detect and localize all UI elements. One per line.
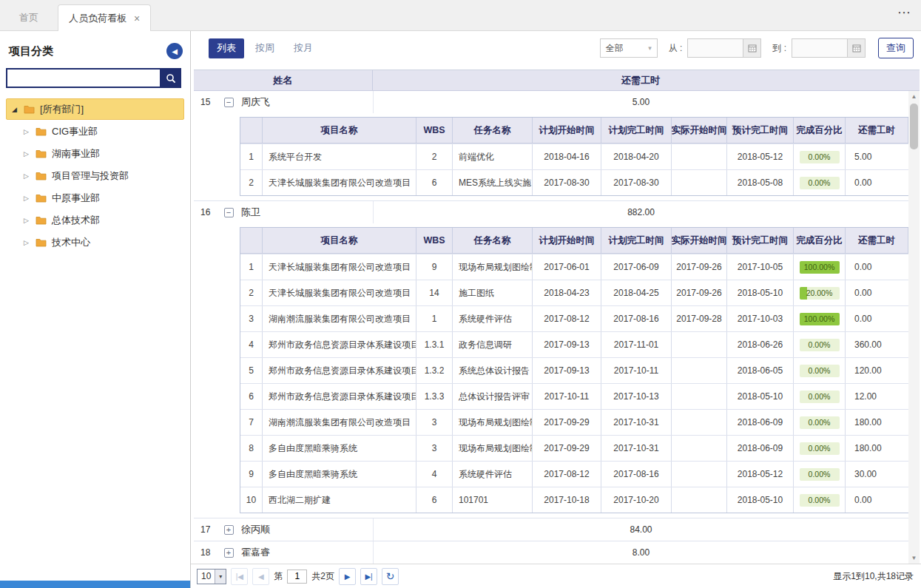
folder-icon bbox=[36, 194, 47, 203]
date-from-input[interactable] bbox=[687, 38, 761, 58]
task-col-header[interactable]: 预计完工时间 bbox=[727, 228, 794, 253]
personnel-grid: 姓名 还需工时 15−周庆飞5.00项目名称WBS任务名称计划开始时间计划完工时… bbox=[194, 70, 920, 564]
tree-node-root[interactable]: ◢[所有部门] bbox=[6, 98, 184, 120]
scroll-up-icon[interactable]: ▲ bbox=[908, 91, 920, 102]
task-col-header[interactable]: 项目名称 bbox=[263, 118, 416, 143]
task-col-header[interactable] bbox=[240, 228, 263, 253]
person-row[interactable]: 18+霍嘉睿8.00 bbox=[194, 541, 908, 564]
search-button[interactable] bbox=[160, 68, 181, 88]
task-row[interactable]: 5郑州市政务信息资源目录体系建设项目1.3.2系统总体设计报告2017-09-1… bbox=[240, 357, 908, 383]
col-header-name[interactable]: 姓名 bbox=[194, 70, 373, 90]
task-col-header[interactable] bbox=[240, 118, 263, 143]
task-actual-start bbox=[672, 436, 727, 461]
tree-node-dept[interactable]: ▷技术中心 bbox=[18, 232, 184, 253]
task-col-header[interactable]: 还需工时 bbox=[846, 118, 908, 143]
task-col-header[interactable]: 任务名称 bbox=[453, 228, 533, 253]
percent-bar: 0.00% bbox=[800, 416, 840, 429]
query-button[interactable]: 查询 bbox=[878, 38, 914, 58]
view-month-button[interactable]: 按月 bbox=[286, 38, 321, 58]
task-row[interactable]: 1系统平台开发2前端优化2018-04-162018-04-202018-05-… bbox=[240, 143, 908, 169]
more-options-icon[interactable]: ⋯ bbox=[897, 4, 911, 21]
tree-node-dept[interactable]: ▷总体技术部 bbox=[18, 209, 184, 231]
tree-collapsed-icon[interactable]: ▷ bbox=[22, 150, 30, 158]
task-row[interactable]: 8多自由度黑暗乘骑系统3现场布局规划图绘制2017-09-292017-10-3… bbox=[240, 435, 908, 461]
task-col-header[interactable]: 项目名称 bbox=[263, 228, 416, 253]
tree-node-dept[interactable]: ▷项目管理与投资部 bbox=[18, 165, 184, 186]
folder-icon bbox=[36, 127, 47, 136]
task-col-header[interactable]: 实际开始时间 bbox=[672, 118, 727, 143]
expand-row-icon[interactable]: + bbox=[224, 548, 234, 558]
tree-collapsed-icon[interactable]: ▷ bbox=[22, 195, 30, 202]
tree-node-label: 湖南事业部 bbox=[52, 147, 100, 160]
task-col-header[interactable]: 计划完工时间 bbox=[601, 118, 672, 143]
scrollbar-thumb[interactable] bbox=[910, 104, 918, 149]
prev-page-button[interactable]: ◀ bbox=[252, 568, 269, 585]
app-window: 首页 人员负荷看板 × ⋯ 项目分类 ◀ ◢[所有部门]▷CI bbox=[0, 0, 921, 588]
calendar-icon[interactable] bbox=[743, 39, 760, 57]
task-row[interactable]: 10西北湖二期扩建61017012017-10-182017-10-202018… bbox=[240, 487, 908, 513]
calendar-icon[interactable] bbox=[847, 39, 865, 57]
task-col-header[interactable]: 还需工时 bbox=[846, 228, 908, 253]
task-table-header: 项目名称WBS任务名称计划开始时间计划完工时间实际开始时间预计完工时间完成百分比… bbox=[240, 228, 908, 254]
tree-collapsed-icon[interactable]: ▷ bbox=[22, 128, 30, 135]
person-row[interactable]: 17+徐丙顺84.00 bbox=[194, 518, 908, 541]
scroll-down-icon[interactable]: ▼ bbox=[908, 552, 920, 564]
expand-row-icon[interactable]: + bbox=[224, 525, 234, 535]
task-percent: 0.00% bbox=[794, 170, 846, 195]
task-row[interactable]: 4郑州市政务信息资源目录体系建设项目1.3.1政务信息调研2017-09-132… bbox=[240, 331, 908, 357]
task-col-header[interactable]: WBS bbox=[416, 228, 453, 253]
task-num: 2 bbox=[240, 280, 263, 305]
tree-node-dept[interactable]: ▷中原事业部 bbox=[18, 187, 184, 209]
task-est-end: 2018-05-12 bbox=[727, 144, 794, 169]
view-list-button[interactable]: 列表 bbox=[209, 38, 244, 58]
close-icon[interactable]: × bbox=[134, 13, 140, 24]
task-row[interactable]: 9多自由度黑暗乘骑系统4系统硬件评估2017-08-122017-08-1620… bbox=[240, 461, 908, 487]
task-col-header[interactable]: 计划开始时间 bbox=[533, 228, 601, 253]
collapse-row-icon[interactable]: − bbox=[224, 208, 234, 217]
task-num: 6 bbox=[240, 384, 263, 409]
task-plan-end: 2017-10-11 bbox=[601, 358, 672, 383]
tree-collapsed-icon[interactable]: ▷ bbox=[22, 217, 30, 224]
last-page-button[interactable]: ▶| bbox=[360, 568, 377, 585]
next-page-button[interactable]: ▶ bbox=[339, 568, 356, 585]
task-col-header[interactable]: 任务名称 bbox=[453, 118, 533, 143]
vertical-scrollbar[interactable]: ▲ ▼ bbox=[908, 91, 920, 564]
tree-expanded-icon[interactable]: ◢ bbox=[10, 106, 18, 113]
refresh-icon[interactable]: ↻ bbox=[382, 568, 399, 585]
task-row[interactable]: 6郑州市政务信息资源目录体系建设项目1.3.3总体设计报告评审2017-10-1… bbox=[240, 383, 908, 409]
task-col-header[interactable]: 完成百分比 bbox=[794, 228, 846, 253]
search-input[interactable] bbox=[6, 68, 160, 88]
view-week-button[interactable]: 按周 bbox=[247, 38, 283, 58]
tab-personnel-load[interactable]: 人员负荷看板 × bbox=[58, 4, 151, 31]
tab-home[interactable]: 首页 bbox=[0, 5, 58, 30]
task-name: 101701 bbox=[453, 487, 533, 513]
page-number-input[interactable] bbox=[287, 570, 307, 584]
person-row[interactable]: 16−陈卫882.00 bbox=[194, 201, 908, 223]
col-header-remaining-hours[interactable]: 还需工时 bbox=[373, 70, 908, 90]
tree-collapsed-icon[interactable]: ▷ bbox=[22, 239, 30, 246]
sidebar-collapse-button[interactable]: ◀ bbox=[166, 43, 183, 59]
task-row[interactable]: 2天津长城服装集团有限公司改造项目14施工图纸2018-04-232018-04… bbox=[240, 280, 908, 305]
date-to-input[interactable] bbox=[792, 38, 866, 58]
task-col-header[interactable]: 计划完工时间 bbox=[601, 228, 672, 253]
tree-node-dept[interactable]: ▷湖南事业部 bbox=[18, 143, 184, 164]
task-col-header[interactable]: 完成百分比 bbox=[794, 118, 846, 143]
task-col-header[interactable]: 计划开始时间 bbox=[533, 118, 601, 143]
first-page-button[interactable]: |◀ bbox=[231, 568, 248, 585]
task-row[interactable]: 7湖南潮流服装集团有限公司改造项目3现场布局规划图绘制2017-09-29201… bbox=[240, 409, 908, 435]
collapse-row-icon[interactable]: − bbox=[224, 98, 234, 107]
task-plan-start: 2017-10-11 bbox=[533, 384, 601, 409]
task-col-header[interactable]: 实际开始时间 bbox=[672, 228, 727, 253]
person-row[interactable]: 15−周庆飞5.00 bbox=[194, 91, 908, 113]
tree-collapsed-icon[interactable]: ▷ bbox=[22, 172, 30, 180]
task-row[interactable]: 2天津长城服装集团有限公司改造项目6MES系统上线实施2017-08-30201… bbox=[240, 169, 908, 195]
percent-bar: 0.00% bbox=[800, 468, 840, 481]
task-row[interactable]: 1天津长城服装集团有限公司改造项目9现场布局规划图绘制2017-06-01201… bbox=[240, 254, 908, 280]
page-size-select[interactable]: 10 ▾ bbox=[197, 569, 226, 584]
tree-node-dept[interactable]: ▷CIG事业部 bbox=[18, 121, 184, 142]
filter-dropdown[interactable]: 全部 ▾ bbox=[600, 38, 658, 58]
task-col-header[interactable]: 预计完工时间 bbox=[727, 118, 794, 143]
task-col-header[interactable]: WBS bbox=[416, 118, 453, 143]
task-plan-start: 2017-09-29 bbox=[533, 436, 601, 461]
task-row[interactable]: 3湖南潮流服装集团有限公司改造项目1系统硬件评估2017-08-122017-0… bbox=[240, 305, 908, 331]
